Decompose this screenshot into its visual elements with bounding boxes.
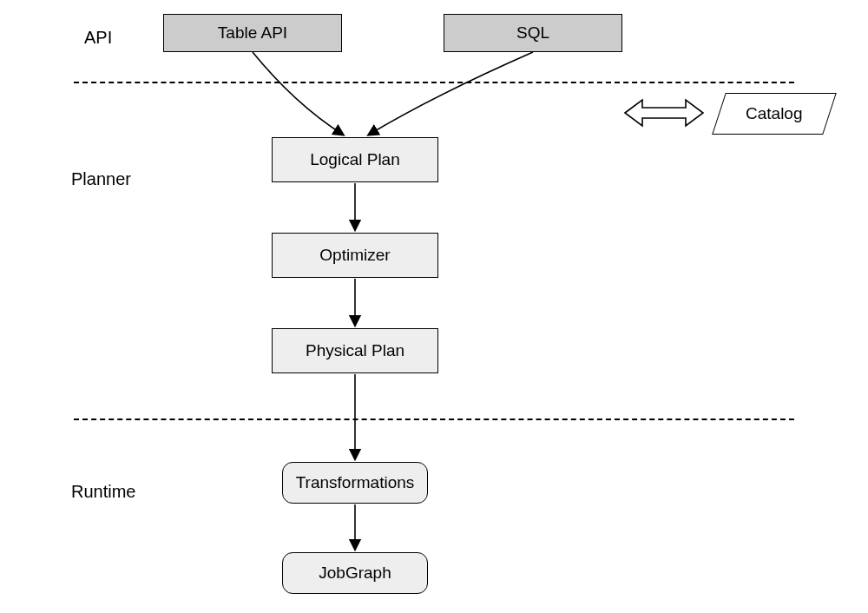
node-transformations-label: Transformations	[296, 473, 415, 492]
node-table-api-label: Table API	[218, 23, 287, 43]
node-physical-plan-label: Physical Plan	[306, 341, 404, 360]
bidirectional-arrow-icon	[625, 100, 703, 126]
section-label-runtime: Runtime	[71, 482, 135, 502]
section-label-api: API	[84, 28, 112, 48]
node-jobgraph-label: JobGraph	[319, 564, 391, 583]
separator-api-planner	[74, 82, 794, 83]
node-optimizer-label: Optimizer	[319, 246, 390, 265]
section-label-planner: Planner	[71, 169, 131, 189]
node-optimizer: Optimizer	[272, 233, 438, 278]
separator-planner-runtime	[74, 419, 794, 420]
node-catalog: Catalog	[712, 93, 837, 135]
node-logical-plan: Logical Plan	[272, 137, 438, 182]
node-physical-plan: Physical Plan	[272, 328, 438, 373]
architecture-diagram: API Planner Runtime Table API SQL Logica…	[0, 0, 868, 613]
node-transformations: Transformations	[282, 462, 428, 504]
arrow-sql-logicalplan	[369, 52, 533, 135]
node-logical-plan-label: Logical Plan	[310, 150, 400, 169]
node-jobgraph: JobGraph	[282, 552, 428, 594]
arrow-tableapi-logicalplan	[253, 52, 343, 135]
node-catalog-label: Catalog	[746, 104, 803, 123]
node-sql-label: SQL	[516, 23, 549, 43]
arrows-layer	[0, 0, 868, 613]
node-table-api: Table API	[163, 14, 342, 52]
node-sql: SQL	[444, 14, 622, 52]
